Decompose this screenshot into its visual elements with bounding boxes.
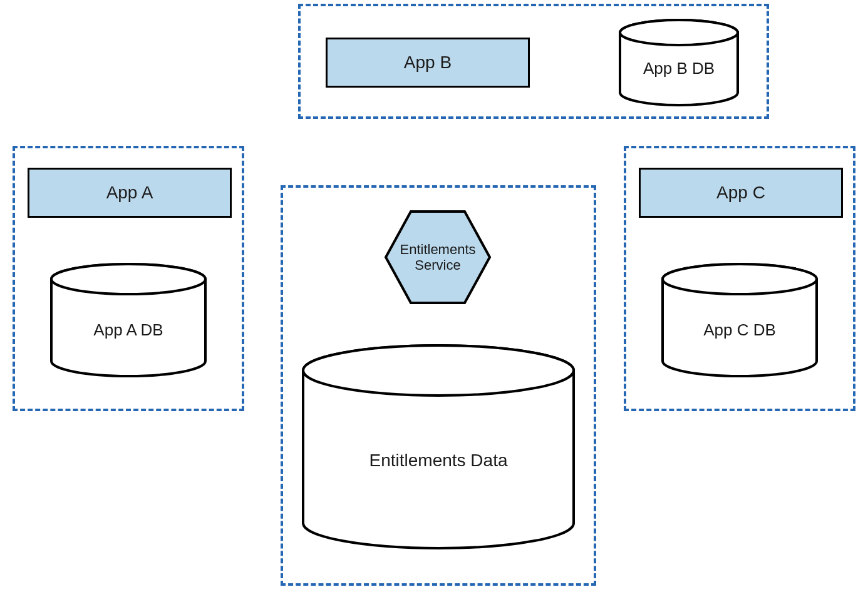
app-b-db-icon: App B DB xyxy=(617,19,740,106)
svg-point-5 xyxy=(663,264,817,294)
app-a-db-label: App A DB xyxy=(93,320,163,339)
app-b-box: App B xyxy=(326,38,530,88)
svg-point-1 xyxy=(620,20,738,45)
app-a-box: App A xyxy=(28,168,232,218)
app-b-label: App B xyxy=(404,53,452,73)
entitlements-service-label-line2: Service xyxy=(415,257,460,273)
entitlements-service-icon: EntitlementsService xyxy=(385,210,491,304)
app-c-box: App C xyxy=(639,168,843,218)
entitlements-data-icon: Entitlements Data xyxy=(301,344,576,551)
app-a-db-icon: App A DB xyxy=(49,263,208,379)
app-a-label: App A xyxy=(106,183,153,203)
svg-point-8 xyxy=(303,345,574,396)
architecture-diagram: App B App B DB App A App A DB App C App … xyxy=(0,0,868,592)
app-c-db-icon: App C DB xyxy=(660,263,819,379)
entitlements-data-label: Entitlements Data xyxy=(369,451,508,470)
app-c-label: App C xyxy=(716,183,765,203)
entitlements-service-label-line1: Entitlements xyxy=(400,242,475,257)
svg-point-3 xyxy=(51,264,205,294)
app-c-db-label: App C DB xyxy=(703,320,776,339)
app-b-db-label: App B DB xyxy=(643,59,715,78)
